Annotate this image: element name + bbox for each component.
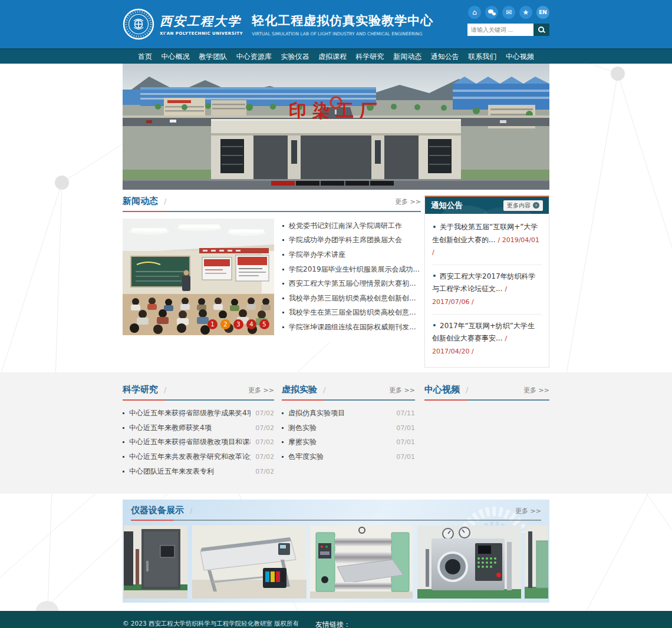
pager-dot-3[interactable]: 3 xyxy=(233,319,243,329)
virtual-lab-item[interactable]: 色牢度实验07/01 xyxy=(282,449,415,464)
news-item[interactable]: 学院举办学术讲座07/01 xyxy=(282,247,443,262)
virtual-lab-item[interactable]: 测色实验07/01 xyxy=(282,421,415,435)
bullet-icon xyxy=(282,412,284,414)
bullet-icon xyxy=(282,225,284,227)
nav-item-videos[interactable]: 中心视频 xyxy=(506,49,534,64)
notice-item[interactable]: 西安工程大学2017年纺织科学与工程学术论坛征文.../ 2017/07/06 … xyxy=(432,265,542,309)
bullet-icon xyxy=(123,412,124,414)
news-photo xyxy=(123,219,274,335)
notice-item[interactable]: 2017年“互联网+纺织”大学生创新创业大赛赛事安.../ 2017/04/20… xyxy=(432,314,542,358)
quick-icons: ⌂ ✉ ★ EN xyxy=(468,6,549,19)
bullet-icon xyxy=(282,326,284,328)
equipment-more-link[interactable]: 更多 >> xyxy=(515,507,541,515)
bullet-icon xyxy=(433,226,436,228)
bullet-icon xyxy=(282,312,284,313)
pager-dot-5[interactable]: 5 xyxy=(259,319,269,329)
university-name-cn: 西安工程大学 xyxy=(160,13,243,29)
nav-item-notices[interactable]: 通知公告 xyxy=(431,49,459,64)
research-item[interactable]: 中心近五年来获得省部级教学成果奖4项07/02 xyxy=(123,406,274,421)
mail-icon[interactable]: ✉ xyxy=(502,6,515,19)
news-item[interactable]: 学院张坤课题组连续在国际权威期刊发...07/01 xyxy=(282,320,443,335)
notice-more-button[interactable]: 更多内容 › xyxy=(503,200,543,211)
equipment-photo-partial[interactable] xyxy=(525,525,548,599)
virtual-lab-item[interactable]: 摩擦实验07/01 xyxy=(282,435,415,450)
news-item[interactable]: 学院成功举办团学科主席团换届大会07/01 xyxy=(282,233,443,248)
equipment-photo-chamber[interactable] xyxy=(124,525,187,599)
research-item[interactable]: 中心近五年来共发表教学研究和改革论文10篇07/02 xyxy=(123,449,274,464)
language-toggle[interactable]: EN xyxy=(536,6,549,19)
news-item[interactable]: 学院2019届毕业生针织服装展示会成功...07/01 xyxy=(282,262,443,277)
university-name-block: 西安工程大学 XI'AN POLYTECHNIC UNIVERSITY xyxy=(160,13,243,36)
university-logo xyxy=(123,8,154,40)
video-more-link[interactable]: 更多 >> xyxy=(523,386,549,395)
bullet-icon xyxy=(282,283,284,285)
virtual-lab-more-link[interactable]: 更多 >> xyxy=(389,386,415,395)
pager-dot-1[interactable]: 1 xyxy=(207,319,218,329)
bullet-icon xyxy=(282,441,284,443)
bullet-icon xyxy=(433,324,436,326)
arrow-circle-icon: › xyxy=(533,202,539,209)
nav-item-resources[interactable]: 中心资源库 xyxy=(236,49,272,64)
equipment-photo-printer[interactable] xyxy=(192,525,307,599)
bullet-icon xyxy=(282,254,284,256)
pager-dot-2[interactable]: 2 xyxy=(220,319,230,329)
bullet-icon xyxy=(282,239,284,241)
nav-item-courses[interactable]: 虚拟课程 xyxy=(318,49,347,64)
news-photo-carousel[interactable]: 1 2 3 4 5 xyxy=(123,219,274,335)
notice-title: 通知公告 xyxy=(431,200,463,211)
research-item[interactable]: 中心近五年来获得省部级教改项目和课程6项07/02 xyxy=(123,435,274,450)
news-more-link[interactable]: 更多 >> xyxy=(395,197,421,206)
notice-panel: 通知公告 更多内容 › 关于我校第五届“互联网+”大学生创新创业大赛的.../ … xyxy=(424,196,549,368)
gate-sign-text: 印染工厂 xyxy=(289,100,383,121)
pager-dot-4[interactable]: 4 xyxy=(246,319,256,329)
news-list: 校党委书记刘江南深入学院调研工作07/01 学院成功举办团学科主席团换届大会07… xyxy=(282,219,443,335)
bullet-icon xyxy=(123,471,124,472)
notice-item[interactable]: 关于我校第五届“互联网+”大学生创新创业大赛的.../ 2019/04/01 / xyxy=(432,221,542,259)
news-item[interactable]: 我校举办第三届纺织类高校创意创新创...07/01 xyxy=(282,291,443,306)
research-item[interactable]: 中心近五年来教师获奖4项07/02 xyxy=(123,421,274,435)
nav-item-team[interactable]: 教学团队 xyxy=(199,49,227,64)
home-icon[interactable]: ⌂ xyxy=(468,6,481,19)
site-title-block: 轻化工程虚拟仿真实验教学中心 VIRTUAL SIMULATION LAB OF… xyxy=(252,12,433,37)
video-divider xyxy=(424,399,549,401)
nav-item-home[interactable]: 首页 xyxy=(138,49,152,64)
bullet-icon xyxy=(282,427,284,429)
news-item[interactable]: 西安工程大学第五届心理情景剧大赛初...07/01 xyxy=(282,276,443,291)
friend-links-label: 友情链接： xyxy=(315,620,549,628)
research-item[interactable]: 中心团队近五年来发表专利07/02 xyxy=(123,464,274,479)
search-icon xyxy=(538,26,545,34)
star-icon[interactable]: ★ xyxy=(519,6,532,19)
site-subtitle: VIRTUAL SIMULATION LAB OF LIGHT INDUSTRY… xyxy=(252,31,433,37)
virtual-lab-divider xyxy=(282,399,415,401)
bullet-icon xyxy=(282,269,284,270)
notice-list: 关于我校第五届“互联网+”大学生创新创业大赛的.../ 2019/04/01 /… xyxy=(425,214,549,367)
search-button[interactable] xyxy=(533,24,549,36)
site-footer: © 2023 西安工程大学纺织科学与工程学院轻化教研室 版权所有 地址：中国.陕… xyxy=(0,611,672,628)
bullet-icon xyxy=(123,427,124,429)
hero-banner[interactable]: 印染工厂 xyxy=(123,64,549,190)
equipment-photo-dyeing-machine[interactable] xyxy=(417,525,521,599)
page: 西安工程大学 XI'AN POLYTECHNIC UNIVERSITY 轻化工程… xyxy=(0,0,672,628)
research-divider xyxy=(123,399,274,401)
carousel-pager: 1 2 3 4 5 xyxy=(207,319,269,329)
secondary-sections-band: 科学研究 / 更多 >> 中心近五年来获得省部级教学成果奖4项07/02 中心近… xyxy=(0,372,672,494)
nav-item-news[interactable]: 新闻动态 xyxy=(393,49,421,64)
nav-item-contact[interactable]: 联系我们 xyxy=(468,49,496,64)
research-more-link[interactable]: 更多 >> xyxy=(248,386,274,395)
virtual-lab-slash: / xyxy=(323,385,325,394)
bullet-icon xyxy=(282,456,284,458)
nav-item-research[interactable]: 科学研究 xyxy=(356,49,384,64)
equipment-photo-calender[interactable] xyxy=(310,525,413,599)
nav-item-instruments[interactable]: 实验仪器 xyxy=(281,49,309,64)
news-item[interactable]: 校党委书记刘江南深入学院调研工作07/01 xyxy=(282,219,443,233)
wechat-icon[interactable] xyxy=(485,6,498,19)
site-title: 轻化工程虚拟仿真实验教学中心 xyxy=(252,12,433,29)
notice-header: 通知公告 更多内容 › xyxy=(425,197,549,214)
virtual-lab-item[interactable]: 虚拟仿真实验项目07/11 xyxy=(282,406,415,421)
university-name-en: XI'AN POLYTECHNIC UNIVERSITY xyxy=(160,31,243,36)
nav-item-overview[interactable]: 中心概况 xyxy=(162,49,190,64)
virtual-lab-section: 虚拟实验 / 更多 >> 虚拟仿真实验项目07/11 测色实验07/01 摩擦实… xyxy=(282,384,415,478)
news-item[interactable]: 我校学生在第三届全国纺织类高校创意...07/01 xyxy=(282,306,443,320)
search-input[interactable] xyxy=(467,24,533,36)
video-section: 中心视频 / 更多 >> xyxy=(424,384,549,478)
